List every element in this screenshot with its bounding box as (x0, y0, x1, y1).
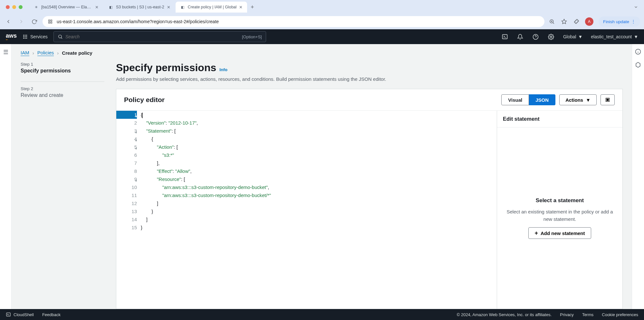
region-selector[interactable]: Global▼ (563, 34, 582, 39)
account-selector[interactable]: elastic_test_account▼ (591, 34, 638, 39)
search-box[interactable]: [Option+S] (53, 31, 266, 42)
tab-close-icon[interactable]: ✕ (239, 5, 243, 10)
finish-update-button[interactable]: Finish update⋮ (599, 16, 640, 27)
json-tab[interactable]: JSON (529, 94, 555, 105)
wizard-step-label: Step 2 (21, 86, 104, 91)
browser-tab[interactable]: ◧Create policy | IAM | Global✕ (176, 2, 247, 13)
cookie-prefs-link[interactable]: Cookie preferences (602, 312, 638, 317)
privacy-link[interactable]: Privacy (560, 312, 574, 317)
svg-rect-16 (25, 38, 26, 39)
tab-close-icon[interactable]: ✕ (167, 5, 170, 10)
add-statement-button[interactable]: +Add new statement (528, 227, 591, 239)
policy-editor-panel: Policy editor Visual JSON Actions▼ (116, 89, 623, 309)
cloudshell-button[interactable]: CloudShell (6, 312, 34, 317)
svg-rect-11 (26, 35, 27, 36)
info-drawer-icon[interactable] (635, 49, 641, 55)
extensions-icon[interactable] (573, 18, 580, 25)
tab-close-icon[interactable]: ✕ (95, 5, 99, 10)
wizard-step[interactable]: Step 1Specify permissions (21, 62, 104, 74)
address-bar-actions: A Finish update⋮ (548, 16, 640, 27)
breadcrumb-separator-icon: › (33, 50, 34, 56)
info-link[interactable]: Info (219, 67, 227, 72)
tab-strip: ✳[ba1548] Overview — Elastic…✕◧S3 bucket… (0, 0, 644, 14)
page-subtitle: Add permissions by selecting services, a… (116, 76, 623, 82)
new-tab-button[interactable]: + (248, 3, 257, 12)
extra-drawer-icon[interactable] (635, 62, 641, 68)
tab-favicon: ✳ (34, 5, 39, 10)
bookmark-icon[interactable] (561, 18, 568, 25)
address-bar: us-east-1.console.aws.amazon.com/iam/hom… (0, 14, 644, 29)
tab-title: [ba1548] Overview — Elastic… (41, 5, 92, 9)
browser-tab[interactable]: ◧S3 buckets | S3 | us-east-2✕ (104, 2, 175, 13)
notifications-icon[interactable] (517, 33, 524, 40)
zoom-dot[interactable] (19, 5, 23, 9)
tab-title: S3 buckets | S3 | us-east-2 (116, 5, 164, 9)
svg-rect-1 (51, 20, 52, 21)
visual-tab[interactable]: Visual (501, 94, 529, 105)
aws-logo[interactable]: aws ⌣ (6, 33, 17, 41)
profile-avatar[interactable]: A (585, 17, 593, 26)
breadcrumbs: IAM›Policies›Create policy (21, 50, 623, 56)
wizard-step-label: Step 1 (21, 62, 104, 67)
breadcrumb-item: Create policy (62, 50, 92, 56)
svg-point-18 (58, 35, 61, 38)
reload-button[interactable] (30, 17, 39, 26)
svg-rect-10 (25, 35, 26, 36)
svg-marker-30 (636, 62, 640, 68)
svg-rect-3 (51, 22, 52, 23)
empty-state-text: Select an existing statement in the poli… (505, 208, 614, 223)
tab-favicon: ◧ (180, 5, 185, 10)
svg-line-19 (61, 38, 62, 39)
help-icon[interactable] (532, 33, 539, 40)
svg-rect-17 (26, 38, 27, 39)
svg-point-24 (551, 36, 552, 38)
svg-rect-2 (49, 22, 50, 23)
kbd-hint: [Option+S] (242, 34, 262, 39)
wizard-step[interactable]: Step 2Review and create (21, 86, 104, 98)
forward-button[interactable] (17, 17, 26, 26)
wizard-step-title: Specify permissions (21, 68, 104, 74)
aws-header: aws ⌣ Services [Option+S] Global▼ elasti… (0, 29, 644, 44)
copyright-text: © 2024, Amazon Web Services, Inc. or its… (457, 312, 552, 317)
svg-rect-0 (49, 20, 50, 21)
statement-side-panel: Edit statement Select a statement Select… (497, 111, 622, 309)
right-rail (632, 44, 644, 309)
back-button[interactable] (4, 17, 13, 26)
services-menu[interactable]: Services (23, 34, 48, 39)
url-text: us-east-1.console.aws.amazon.com/iam/hom… (57, 19, 219, 24)
svg-line-5 (553, 23, 554, 24)
tab-title: Create policy | IAM | Global (188, 5, 237, 9)
breadcrumb-item[interactable]: Policies (37, 50, 54, 56)
traffic-lights (6, 5, 23, 9)
zoom-icon[interactable] (548, 18, 555, 25)
tab-favicon: ◧ (108, 5, 113, 10)
svg-rect-9 (23, 35, 24, 36)
panel-title: Policy editor (124, 96, 165, 104)
actions-dropdown[interactable]: Actions▼ (559, 94, 597, 105)
svg-rect-13 (25, 36, 26, 37)
search-input[interactable] (65, 34, 239, 39)
browser-chrome: ✳[ba1548] Overview — Elastic…✕◧S3 bucket… (0, 0, 644, 29)
svg-rect-15 (23, 38, 24, 39)
browser-tab[interactable]: ✳[ba1548] Overview — Elastic…✕ (29, 2, 103, 13)
cloudshell-icon[interactable] (501, 33, 508, 40)
svg-rect-14 (26, 36, 27, 37)
nav-toggle-icon[interactable]: ☰ (3, 49, 8, 56)
aws-footer: CloudShell Feedback © 2024, Amazon Web S… (0, 309, 644, 320)
close-dot[interactable] (6, 5, 10, 9)
settings-icon[interactable] (548, 33, 555, 40)
page-title: Specify permissions (116, 62, 216, 74)
feedback-link[interactable]: Feedback (42, 312, 61, 317)
terms-link[interactable]: Terms (582, 312, 593, 317)
breadcrumb-item[interactable]: IAM (21, 50, 29, 56)
svg-rect-12 (23, 36, 24, 37)
code-editor[interactable]: 1▼23▼4▼5▼6789▼101112131415 { "Version": … (116, 111, 497, 309)
empty-state-title: Select a statement (536, 197, 584, 204)
minimize-dot[interactable] (12, 5, 16, 9)
svg-rect-26 (607, 99, 608, 100)
tabs-overflow-icon[interactable] (634, 5, 638, 9)
fullscreen-button[interactable] (601, 94, 615, 105)
url-field[interactable]: us-east-1.console.aws.amazon.com/iam/hom… (43, 16, 544, 27)
wizard-step-title: Review and create (21, 92, 104, 98)
site-settings-icon[interactable] (47, 18, 53, 25)
